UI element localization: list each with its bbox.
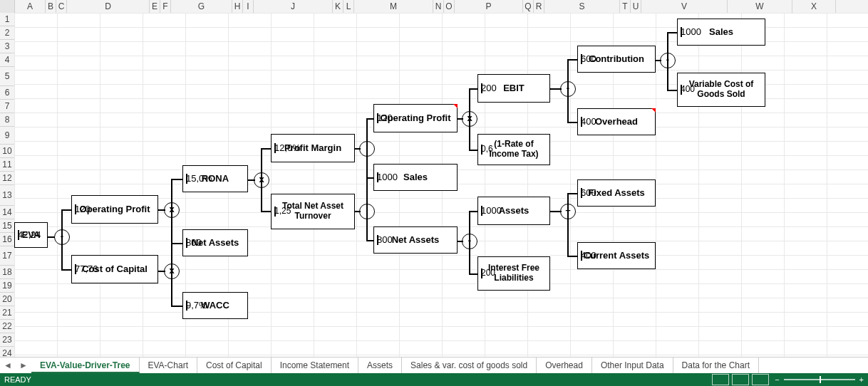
node-cost-of-capital: Cost of Capital 77,76 [71, 255, 158, 283]
node-wacc: WACC 9,7% [182, 292, 248, 319]
node-value: 400 [581, 251, 582, 261]
node-value: 400 [581, 117, 582, 127]
column-header[interactable]: H [232, 0, 243, 13]
node-total-net-asset-turnover: Total Net Asset Turnover 1,25 [271, 194, 355, 229]
node-fixed-assets: Fixed Assets 600 [577, 179, 656, 207]
node-net-assets-2: Net Assets 800 [373, 226, 458, 254]
node-value: 9,7% [186, 301, 187, 311]
row-header[interactable]: 19 [0, 279, 14, 293]
row-header[interactable]: 16 [0, 233, 14, 246]
row-header[interactable]: 17 [0, 246, 14, 266]
view-normal-icon[interactable] [712, 374, 729, 385]
row-header[interactable]: 1 [0, 13, 14, 26]
status-text: READY [4, 375, 31, 384]
column-header[interactable]: R [534, 0, 544, 13]
zoom-out-button[interactable]: − [775, 375, 779, 384]
row-header[interactable]: 20 [0, 293, 14, 306]
node-rona: RONA 15,0% [182, 165, 248, 192]
select-all-corner[interactable] [0, 0, 15, 13]
column-header[interactable]: V [641, 0, 728, 13]
column-header[interactable]: Q [523, 0, 534, 13]
node-value: 800 [377, 235, 378, 246]
tab-nav-prev[interactable]: ◄ [0, 358, 16, 373]
row-header[interactable]: 11 [0, 158, 14, 172]
column-header[interactable]: I [243, 0, 254, 13]
row-header[interactable]: 8 [0, 113, 14, 127]
node-operating-profit-2: Operating Profit 120 [373, 104, 458, 132]
row-header[interactable]: 13 [0, 185, 14, 206]
sheet-tab[interactable]: Assets [358, 358, 402, 373]
node-value: 1000 [481, 206, 482, 217]
node-contribution: Contribution 600 [577, 46, 656, 73]
row-header[interactable]: 14 [0, 206, 14, 219]
column-header[interactable]: L [343, 0, 354, 13]
column-header[interactable]: W [728, 0, 792, 13]
column-header[interactable]: G [171, 0, 232, 13]
row-headers: 123456789101112131415161718192021222324 [0, 13, 15, 358]
sheet-tab[interactable]: Other Input Data [592, 358, 673, 373]
column-header[interactable]: O [444, 0, 455, 13]
node-value: 77,76 [75, 264, 76, 275]
sheet-tab[interactable]: Sales & var. cost of goods sold [402, 358, 537, 373]
node-value: 600 [581, 188, 582, 199]
node-value: 12,0% [274, 143, 276, 154]
row-header[interactable]: 3 [0, 40, 14, 53]
row-header[interactable]: 10 [0, 145, 14, 158]
node-sales-2: Sales 1000 [373, 164, 458, 191]
node-ebit: EBIT 200 [477, 74, 550, 103]
zoom-in-button[interactable]: + [859, 375, 864, 384]
column-header[interactable]: M [354, 0, 433, 13]
node-value: 15,0% [186, 174, 187, 184]
row-header[interactable]: 23 [0, 333, 14, 347]
row-header[interactable]: 2 [0, 26, 14, 40]
row-header[interactable]: 9 [0, 127, 14, 145]
column-header[interactable]: F [160, 0, 171, 13]
zoom-slider[interactable] [784, 379, 855, 380]
row-header[interactable]: 5 [0, 67, 14, 86]
node-overhead: Overhead 400 [577, 108, 656, 135]
sheet-tab[interactable]: Overhead [537, 358, 592, 373]
column-header[interactable]: X [792, 0, 836, 13]
sheet-tab[interactable]: Cost of Capital [197, 358, 272, 373]
column-header[interactable]: D [67, 0, 150, 13]
node-value: 42,24 [18, 230, 19, 241]
sheet-tab[interactable]: Data for the Chart [673, 358, 759, 373]
sheet-tab[interactable]: EVA-Value-Driver-Tree [31, 358, 140, 373]
row-header[interactable]: 18 [0, 266, 14, 279]
column-header[interactable]: T [620, 0, 631, 13]
node-value: 600 [581, 54, 582, 65]
column-header[interactable]: K [333, 0, 343, 13]
node-net-assets-1: Net Assets 800 [182, 229, 248, 256]
tab-nav-next[interactable]: ► [16, 358, 31, 373]
row-header[interactable]: 15 [0, 219, 14, 233]
row-header[interactable]: 4 [0, 53, 14, 67]
column-header[interactable]: U [631, 0, 641, 13]
column-header[interactable]: P [455, 0, 523, 13]
cell-grid[interactable]: EVA 42,24 Operating Profit 120 Cost of C… [14, 13, 868, 358]
view-page-break-icon[interactable] [752, 374, 769, 385]
comment-indicator-icon[interactable] [651, 108, 656, 113]
column-header[interactable]: C [56, 0, 67, 13]
view-page-layout-icon[interactable] [732, 374, 749, 385]
node-tax-rate: (1-Rate of Income Tax) 0,6 [477, 134, 550, 165]
row-header[interactable]: 12 [0, 172, 14, 185]
status-bar: READY − + [0, 373, 868, 386]
column-header[interactable]: S [544, 0, 620, 13]
sheet-tab[interactable]: Income Statement [272, 358, 358, 373]
sheet-tab-strip: ◄ ► EVA-Value-Driver-TreeEVA-ChartCost o… [0, 357, 868, 373]
row-header[interactable]: 21 [0, 306, 14, 320]
row-header[interactable]: 22 [0, 320, 14, 333]
row-header[interactable]: 6 [0, 86, 14, 100]
column-header[interactable]: A [15, 0, 46, 13]
node-value: 400 [681, 85, 682, 95]
column-header[interactable]: J [254, 0, 333, 13]
sheet-tab[interactable]: EVA-Chart [140, 358, 197, 373]
node-variable-cogs: Variable Cost of Goods Sold 400 [677, 73, 765, 107]
comment-indicator-icon[interactable] [453, 104, 458, 108]
node-operating-profit: Operating Profit 120 [71, 195, 158, 224]
row-header[interactable]: 7 [0, 100, 14, 113]
node-profit-margin: Profit Margin 12,0% [271, 134, 355, 162]
column-header[interactable]: B [46, 0, 56, 13]
column-header[interactable]: N [433, 0, 444, 13]
column-header[interactable]: E [150, 0, 160, 13]
